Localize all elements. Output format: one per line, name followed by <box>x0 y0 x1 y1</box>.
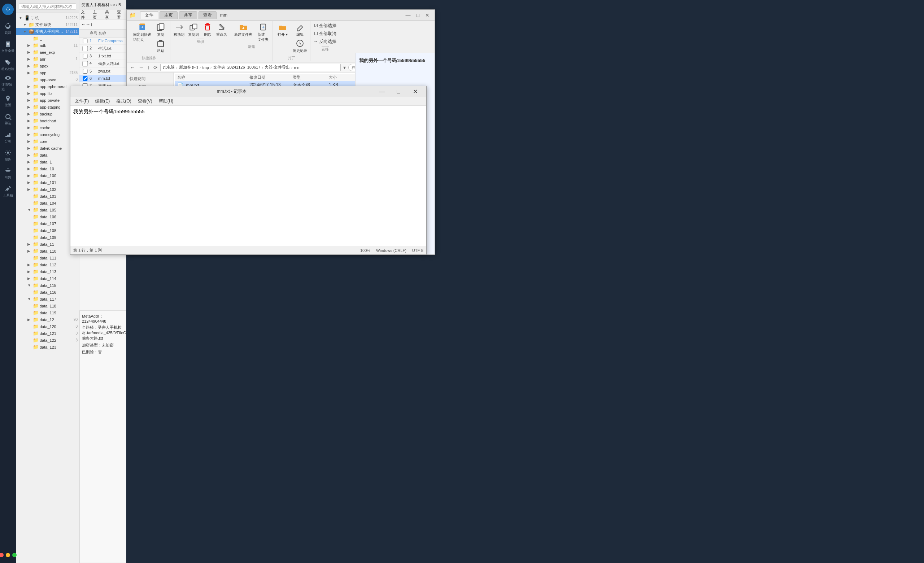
tree-item-dalvik-cache[interactable]: ▶ 📁 dalvik-cache <box>16 145 79 151</box>
btn-select-none[interactable]: ☐ 全部取消 <box>312 30 338 37</box>
tree-item-data103[interactable]: 📁 data_103 <box>16 193 79 199</box>
tree-item-data115[interactable]: ▼ 📁 data_115 <box>16 282 79 289</box>
file-search-input[interactable] <box>19 3 76 10</box>
tree-item-data11[interactable]: ▶ 📁 data_11 <box>16 241 79 247</box>
tree-item-data122[interactable]: 📁 data_122 8 <box>16 337 79 344</box>
tree-item-aee[interactable]: ▶ 📁 aee_exp <box>16 49 79 55</box>
tab-share[interactable]: 共享 <box>179 11 197 19</box>
file-row-6[interactable]: 6 mm.txt <box>80 75 126 82</box>
tree-item-app-lib[interactable]: ▶ 📁 app-lib <box>16 90 79 97</box>
sidebar-item-location[interactable]: 位置 <box>2 92 14 110</box>
tab-view[interactable]: 查看 <box>117 9 124 20</box>
tree-item-selected-tar[interactable]: ▼ 📦 受害人手机检材.tar 142211 <box>16 28 79 35</box>
tree-item-data12[interactable]: ▶ 📁 data_12 90 <box>16 316 79 323</box>
sidebar-item-service[interactable]: 服务 <box>2 147 14 164</box>
tree-item-data117[interactable]: ▼ 📁 data_117 <box>16 296 79 302</box>
tree-item-data10[interactable]: ▶ 📁 data_10 <box>16 165 79 172</box>
tab-share[interactable]: 共享 <box>105 9 112 20</box>
tree-item-phone[interactable]: ▼ 📱 手机 142223 <box>16 15 79 21</box>
path-expand-button[interactable]: ▾ <box>342 64 347 70</box>
forward-button[interactable]: → <box>86 22 90 27</box>
tree-item-anr[interactable]: ▶ 📁 anr 1 <box>16 55 79 63</box>
back-button[interactable]: ← <box>81 22 86 27</box>
btn-move[interactable]: 移动到 <box>172 22 186 38</box>
btn-new-folder[interactable]: 新建文件夹 <box>232 22 255 43</box>
menu-format[interactable]: 格式(O) <box>113 97 134 105</box>
tab-home[interactable]: 主页 <box>159 11 178 19</box>
btn-copy[interactable]: 复制 <box>154 22 167 38</box>
tab-file[interactable]: 文件 <box>81 9 88 20</box>
minimize-button[interactable]: — <box>404 12 413 19</box>
sidebar-item-sort[interactable]: 分析 <box>2 129 14 146</box>
file-row-2[interactable]: 2 生活.txt <box>80 45 126 53</box>
menu-help[interactable]: 帮助(H) <box>156 97 177 105</box>
btn-select-all[interactable]: ☑ 全部选择 <box>312 22 338 30</box>
notepad-min-button[interactable]: — <box>374 86 390 97</box>
tree-item-data107[interactable]: 📁 data_107 <box>16 220 79 227</box>
tree-item-app[interactable]: ▶ 📁 app 2185 <box>16 69 79 76</box>
tree-item-data100[interactable]: ▶ 📁 data_100 <box>16 172 79 179</box>
sidebar-item-detail[interactable]: 详情/预览 <box>2 74 14 92</box>
address-path[interactable]: 此电脑 › 新加卷 (F:) › tmp › 文件夹_20241126_1806… <box>160 64 341 71</box>
tree-item-data109[interactable]: 📁 data_109 <box>16 234 79 241</box>
up-button[interactable]: ↑ <box>146 64 151 70</box>
btn-edit[interactable]: 编辑 <box>291 22 309 38</box>
tree-item-data110[interactable]: ▶ 📁 data_110 <box>16 247 79 255</box>
sidebar-item-refresh[interactable]: 刷新 <box>2 20 14 37</box>
tree-item-data123[interactable]: 📁 data_123 <box>16 344 79 350</box>
tree-item-data112[interactable]: ▶ 📁 data_112 <box>16 261 79 268</box>
tree-item-app-private[interactable]: ▶ 📁 app-private <box>16 97 79 103</box>
tree-item-data1[interactable]: ▶ 📁 data_1 <box>16 159 79 165</box>
row-checkbox[interactable] <box>81 39 90 43</box>
refresh-address-button[interactable]: ⟳ <box>152 64 159 70</box>
tree-item-data116[interactable]: 📁 data_116 <box>16 289 79 296</box>
tree-item-app-staging[interactable]: ▶ 📁 app-staging <box>16 103 79 111</box>
up-button[interactable]: ↑ <box>90 22 93 27</box>
btn-fixed-access[interactable]: 固定到快速访问页 <box>131 22 153 54</box>
tree-item-underscore[interactable]: 📁 _ <box>16 35 79 42</box>
btn-new-item[interactable]: 新建文件夹 <box>255 22 271 43</box>
maximize-button[interactable]: □ <box>414 12 422 19</box>
sidebar-item-filter[interactable]: 筛选 <box>2 111 14 128</box>
tree-item-data119[interactable]: 📁 data_119 <box>16 309 79 316</box>
notepad-max-button[interactable]: □ <box>390 86 407 97</box>
tree-item-app-asec[interactable]: 📁 app-asec 0 <box>16 76 79 83</box>
tree-item-connsyslog[interactable]: ▶ 📁 connsyslog <box>16 131 79 138</box>
tree-item-data106[interactable]: 📁 data_106 <box>16 213 79 220</box>
tree-item-bootchart[interactable]: ▶ 📁 bootchart <box>16 117 79 124</box>
tree-item-data[interactable]: ▶ 📁 data <box>16 151 79 159</box>
file-row-3[interactable]: 3 1.txt.txt <box>80 53 126 60</box>
sidebar-item-file[interactable]: 文件全量 <box>2 38 14 55</box>
tree-item-data113[interactable]: ▶ 📁 data_113 <box>16 268 79 275</box>
menu-file[interactable]: 文件(F) <box>72 97 92 105</box>
row-checkbox[interactable] <box>81 54 90 58</box>
sidebar-item-tag[interactable]: 签名校验 <box>2 56 14 73</box>
notepad-close-button[interactable]: ✕ <box>407 86 423 97</box>
tree-item-core[interactable]: ▶ 📁 core <box>16 138 79 145</box>
tree-item-data108[interactable]: 📁 data_108 <box>16 227 79 234</box>
row-checkbox[interactable] <box>81 69 90 73</box>
tree-item-data104[interactable]: 📁 data_104 <box>16 199 79 207</box>
tree-item-data111[interactable]: 📁 data_111 <box>16 255 79 261</box>
notepad-textarea[interactable]: 我的另外一个号码15599555555 <box>73 109 423 243</box>
tree-item-data101[interactable]: ▶ 📁 data_101 <box>16 179 79 186</box>
tree-item-data120[interactable]: 📁 data_120 0 <box>16 323 79 330</box>
file-row-5[interactable]: 5 zws.txt <box>80 68 126 75</box>
tab-file[interactable]: 文件 <box>140 11 158 19</box>
tree-item-data118[interactable]: 📁 data_118 <box>16 302 79 309</box>
menu-view[interactable]: 查看(V) <box>135 97 155 105</box>
tree-item-data105[interactable]: ▼ 📁 data_105 <box>16 207 79 213</box>
btn-delete[interactable]: 删除 <box>201 22 214 38</box>
tree-item-apex[interactable]: ▶ 📁 apex <box>16 63 79 69</box>
file-row-4[interactable]: 4 偷多大路.txt <box>80 60 126 68</box>
menu-edit[interactable]: 编辑(E) <box>92 97 112 105</box>
row-checkbox[interactable] <box>81 61 90 66</box>
btn-copyto[interactable]: 复制到 <box>187 22 200 38</box>
tree-item-data114[interactable]: ▶ 📁 data_114 <box>16 275 79 282</box>
row-checkbox[interactable] <box>81 46 90 51</box>
back-button[interactable]: ← <box>129 64 136 70</box>
btn-rename[interactable]: 重命名 <box>215 22 228 38</box>
tree-item-data102[interactable]: ▶ 📁 data_102 <box>16 186 79 193</box>
tab-view[interactable]: 查看 <box>198 11 217 19</box>
tree-item-adb[interactable]: ▶ 📁 adb 11 <box>16 42 79 49</box>
